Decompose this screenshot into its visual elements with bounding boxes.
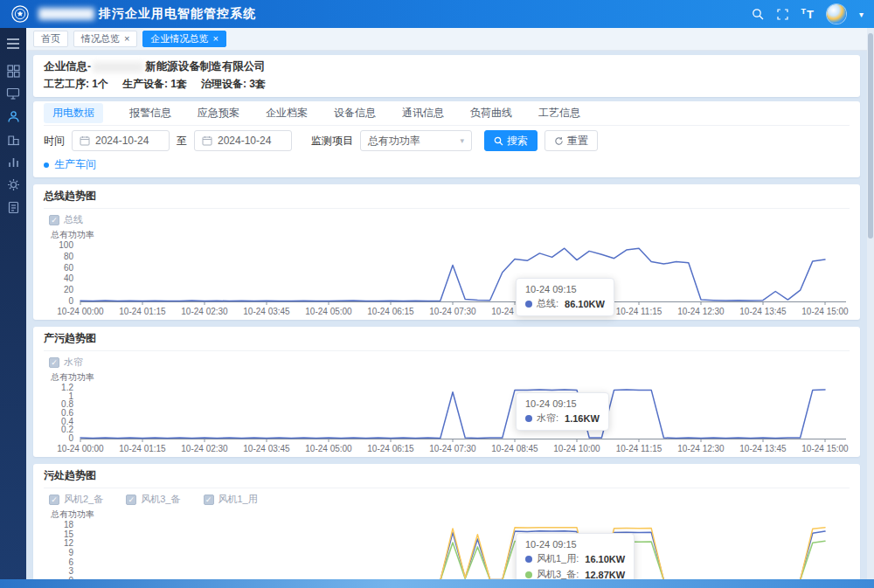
tab-device-info[interactable]: 设备信息 [334, 106, 376, 121]
chart-title: 总线趋势图 [44, 184, 850, 209]
legend-label: 风机3_备 [141, 493, 180, 506]
sidebar-item-statistics-icon[interactable] [5, 155, 21, 169]
header-actions: TT ▾ [752, 4, 864, 24]
svg-text:10-24 10:00: 10-24 10:00 [553, 307, 600, 316]
pollution-treatment-trend-card: 污处趋势图 ✓ 风机2_备 ✓ 风机3_备 ✓ 风机1_用 总有功功率 0369… [33, 464, 860, 588]
font-size-icon[interactable]: TT [801, 8, 814, 21]
svg-text:6: 6 [68, 557, 73, 567]
sidebar-item-monitor-icon[interactable] [5, 86, 21, 100]
scrollbar-thumb[interactable] [868, 33, 873, 239]
search-icon [494, 136, 503, 146]
section-tabs: 用电数据 报警信息 应急预案 企业档案 设备信息 通讯信息 负荷曲线 工艺信息 [44, 101, 850, 126]
legend-checkbox-water-curtain[interactable]: ✓ 水帘 [49, 356, 83, 369]
svg-text:20: 20 [64, 285, 74, 294]
legend-checkbox-fan3[interactable]: ✓ 风机3_备 [126, 493, 180, 506]
enterprise-title-prefix: 企业信息- [44, 59, 91, 74]
legend-label: 水帘 [64, 356, 83, 369]
app-header: 排污企业用电智能管控系统 TT ▾ [0, 0, 874, 28]
svg-text:10-24 08:45: 10-24 08:45 [491, 307, 538, 316]
y-axis-title: 总有功功率 [51, 229, 850, 241]
checkbox-icon[interactable]: ✓ [49, 215, 59, 225]
chart-area: 02040608010010-24 00:0010-24 01:1510-24 … [44, 241, 850, 317]
chevron-down-icon: ▾ [460, 136, 464, 145]
enterprise-title: 企业信息-新能源设备制造有限公司 [44, 59, 850, 74]
monitor-item-select[interactable]: 总有功功率 ▾ [360, 130, 472, 151]
tab-alarm-info[interactable]: 报警信息 [129, 106, 171, 121]
chip-close-icon[interactable]: × [124, 34, 129, 44]
date-from-input[interactable]: 2024-10-24 [72, 130, 170, 151]
svg-text:0: 0 [68, 433, 73, 443]
svg-text:10-24 05:00: 10-24 05:00 [305, 307, 352, 316]
svg-text:10-24 03:45: 10-24 03:45 [243, 444, 290, 453]
legend-checkbox-fan1[interactable]: ✓ 风机1_用 [204, 493, 258, 506]
monitor-item-value: 总有功功率 [368, 134, 420, 149]
date-to-input[interactable]: 2024-10-24 [194, 130, 292, 151]
svg-text:9: 9 [68, 548, 73, 557]
checkbox-icon[interactable]: ✓ [49, 357, 59, 368]
svg-text:10-24 13:45: 10-24 13:45 [739, 307, 787, 316]
y-axis-title: 总有功功率 [51, 371, 850, 384]
enterprise-info-card: 企业信息-新能源设备制造有限公司 工艺工序: 1个 生产设备: 1套 治理设备:… [33, 55, 860, 97]
sidebar-item-archive-icon[interactable] [5, 132, 21, 146]
menu-toggle-icon[interactable] [5, 37, 21, 51]
svg-text:10-24 07:30: 10-24 07:30 [429, 444, 476, 453]
sidebar-item-settings-icon[interactable] [5, 177, 21, 191]
svg-text:0.4: 0.4 [61, 417, 73, 426]
legend-checkbox-busline[interactable]: ✓ 总线 [49, 213, 83, 226]
svg-text:10-24 01:15: 10-24 01:15 [119, 307, 166, 316]
search-button[interactable]: 搜索 [484, 130, 538, 151]
avatar[interactable] [827, 4, 846, 24]
vertical-scrollbar[interactable] [867, 28, 874, 579]
tab-power-data[interactable]: 用电数据 [44, 103, 103, 123]
workshop-link[interactable]: 生产车间 [44, 157, 96, 172]
chart-legend: ✓ 水帘 [49, 356, 850, 369]
chart-title: 污处趋势图 [44, 464, 850, 488]
sidebar-item-documents-icon[interactable] [5, 200, 21, 214]
tab-bar: 首页 情况总览× 企业情况总览× [26, 28, 867, 51]
reset-button[interactable]: 重置 [545, 130, 598, 151]
legend-label: 总线 [64, 213, 83, 226]
svg-text:10-24 06:15: 10-24 06:15 [367, 307, 414, 316]
tab-communication-info[interactable]: 通讯信息 [402, 106, 444, 121]
tab-process-info[interactable]: 工艺信息 [538, 106, 580, 121]
svg-text:60: 60 [64, 263, 74, 273]
tab-chip-overview[interactable]: 情况总览× [73, 31, 137, 47]
chart-legend: ✓ 风机2_备 ✓ 风机3_备 ✓ 风机1_用 [49, 493, 850, 506]
chart-area: 00.20.40.60.811.210-24 00:0010-24 01:151… [44, 384, 850, 454]
bus-trend-card: 总线趋势图 ✓ 总线 总有功功率 02040608010010-24 00:00… [33, 184, 860, 320]
caret-down-icon[interactable]: ▾ [859, 10, 864, 19]
svg-text:10-24 06:15: 10-24 06:15 [367, 444, 414, 453]
svg-text:10-24 13:45: 10-24 13:45 [739, 444, 787, 453]
y-axis-title: 总有功功率 [51, 508, 850, 521]
svg-text:10-24 05:00: 10-24 05:00 [305, 444, 352, 453]
bus-trend-chart[interactable]: 02040608010010-24 00:0010-24 01:1510-24 … [44, 241, 850, 317]
legend-checkbox-fan2[interactable]: ✓ 风机2_备 [49, 493, 103, 506]
tab-chip-home[interactable]: 首页 [33, 31, 68, 47]
pollution-production-chart[interactable]: 00.20.40.60.811.210-24 00:0010-24 01:151… [44, 384, 850, 454]
pollution-treatment-chart[interactable]: 036912151810-24 00:0010-24 01:1510-24 02… [44, 521, 850, 588]
app-title: 排污企业用电智能管控系统 [99, 6, 256, 22]
checkbox-icon[interactable]: ✓ [49, 495, 59, 505]
svg-text:10-24 07:30: 10-24 07:30 [429, 307, 476, 316]
sidebar-item-enterprise-icon[interactable] [5, 109, 21, 123]
tab-emergency-plan[interactable]: 应急预案 [198, 106, 239, 121]
calendar-icon [80, 135, 90, 146]
calendar-icon [202, 135, 212, 146]
svg-text:10-24 02:30: 10-24 02:30 [181, 307, 228, 316]
tab-load-curve[interactable]: 负荷曲线 [470, 106, 512, 121]
sidebar-item-dashboard-icon[interactable] [5, 64, 21, 78]
chip-close-icon[interactable]: × [212, 34, 218, 44]
svg-text:10-24 00:00: 10-24 00:00 [57, 444, 104, 453]
fullscreen-icon[interactable] [777, 9, 788, 20]
svg-text:1: 1 [68, 391, 73, 401]
time-label: 时间 [44, 134, 65, 149]
tab-chip-label: 企业情况总览 [150, 34, 208, 44]
search-icon[interactable] [752, 8, 764, 20]
chart-title: 产污趋势图 [44, 327, 850, 351]
checkbox-icon[interactable]: ✓ [204, 495, 214, 505]
tab-chip-enterprise-overview[interactable]: 企业情况总览× [142, 31, 225, 47]
reset-button-label: 重置 [567, 134, 588, 149]
tab-enterprise-archive[interactable]: 企业档案 [266, 106, 308, 121]
svg-text:10-24 08:45: 10-24 08:45 [491, 444, 538, 453]
checkbox-icon[interactable]: ✓ [126, 495, 136, 505]
